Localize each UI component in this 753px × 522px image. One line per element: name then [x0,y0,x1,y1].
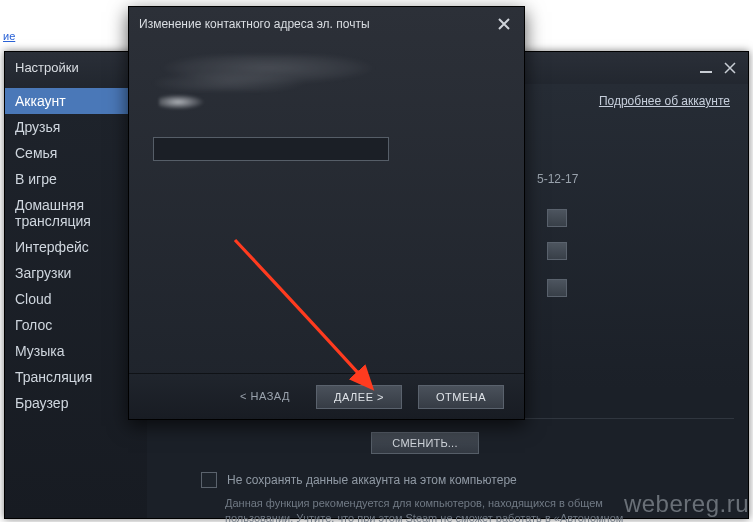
blurred-input-value [159,95,207,109]
sidebar-item-label: Домашняя трансляция [15,197,91,229]
change-email-dialog: Изменение контактного адреса эл. почты <… [128,6,525,420]
change-button[interactable]: СМЕНИТЬ... [371,432,479,454]
sidebar-item-music[interactable]: Музыка [5,338,147,364]
dialog-footer: < НАЗАД ДАЛЕЕ > ОТМЕНА [129,373,524,419]
sidebar-item-downloads[interactable]: Загрузки [5,260,147,286]
settings-sidebar: Аккаунт Друзья Семья В игре Домашняя тра… [5,84,147,518]
dialog-titlebar: Изменение контактного адреса эл. почты [129,7,524,41]
back-button[interactable]: < НАЗАД [230,385,300,409]
dont-save-credentials-checkbox[interactable] [201,472,217,488]
close-window-button[interactable] [722,60,738,76]
sidebar-item-label: Друзья [15,119,60,135]
more-about-account-link[interactable]: Подробнее об аккаунте [599,94,730,108]
dialog-body: < НАЗАД ДАЛЕЕ > ОТМЕНА [129,41,524,419]
settings-title: Настройки [15,52,79,84]
close-icon[interactable] [494,14,514,34]
acct-date-label: 5-12-17 [537,172,578,186]
email-input[interactable] [153,137,389,161]
dont-save-credentials-description: Данная функция рекомендуется для компьют… [225,496,658,522]
small-gray-button-1[interactable] [547,209,567,227]
sidebar-item-cloud[interactable]: Cloud [5,286,147,312]
blurred-instructions [153,55,403,91]
sidebar-item-broadcast[interactable]: Трансляция [5,364,147,390]
sidebar-item-label: Интерфейс [15,239,89,255]
dialog-title: Изменение контактного адреса эл. почты [139,17,370,31]
dont-save-credentials-row: Не сохранять данные аккаунта на этом ком… [201,472,517,488]
sidebar-item-label: Семья [15,145,57,161]
sidebar-item-voice[interactable]: Голос [5,312,147,338]
sidebar-item-label: Загрузки [15,265,71,281]
sidebar-item-label: Аккаунт [15,93,66,109]
minimize-button[interactable] [698,60,714,76]
dont-save-credentials-label: Не сохранять данные аккаунта на этом ком… [227,473,517,487]
sidebar-item-label: Cloud [15,291,52,307]
external-link-fragment[interactable]: ие [3,30,15,42]
sidebar-item-browser[interactable]: Браузер [5,390,147,416]
sidebar-item-label: В игре [15,171,57,187]
sidebar-item-home-stream[interactable]: Домашняя трансляция [5,192,147,234]
sidebar-item-label: Голос [15,317,52,333]
small-gray-button-2[interactable] [547,242,567,260]
next-button[interactable]: ДАЛЕЕ > [316,385,402,409]
sidebar-item-account[interactable]: Аккаунт [5,88,147,114]
sidebar-item-label: Браузер [15,395,68,411]
sidebar-item-friends[interactable]: Друзья [5,114,147,140]
cancel-button[interactable]: ОТМЕНА [418,385,504,409]
small-gray-button-3[interactable] [547,279,567,297]
sidebar-item-in-game[interactable]: В игре [5,166,147,192]
sidebar-item-label: Музыка [15,343,65,359]
watermark: webereg.ru [624,490,749,518]
sidebar-item-family[interactable]: Семья [5,140,147,166]
sidebar-item-interface[interactable]: Интерфейс [5,234,147,260]
sidebar-item-label: Трансляция [15,369,92,385]
